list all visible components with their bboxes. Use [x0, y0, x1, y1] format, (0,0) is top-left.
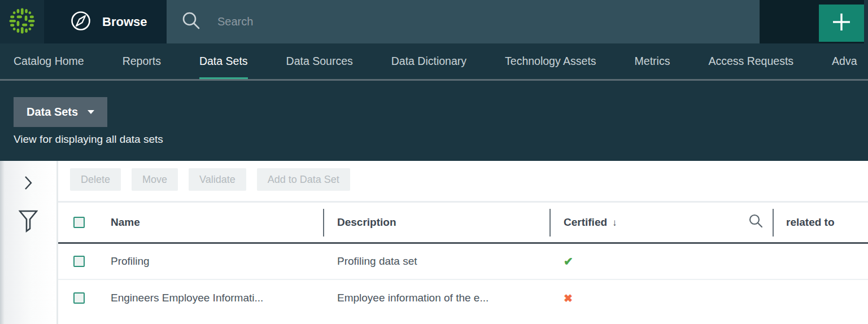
tab-catalog-home[interactable]: Catalog Home [14, 43, 84, 79]
data-set-description: Employee information of the e... [323, 292, 549, 304]
view-description: View for displaying all data sets [14, 133, 868, 146]
tab-reports[interactable]: Reports [123, 43, 161, 79]
topbar-edge [864, 0, 868, 43]
compass-icon [69, 10, 92, 34]
table-row[interactable]: Engineers Employee Informati... Employee… [58, 280, 868, 316]
add-button[interactable] [819, 5, 864, 42]
row-checkbox-cell [58, 292, 111, 304]
certified-yes-icon: ✔ [549, 255, 773, 268]
top-bar: Browse [0, 0, 868, 43]
data-set-name-link[interactable]: Engineers Employee Informati... [111, 292, 323, 304]
column-header-description[interactable]: Description [323, 203, 549, 242]
tab-access-requests[interactable]: Access Requests [708, 43, 793, 79]
catalog-nav: Catalog Home Reports Data Sets Data Sour… [0, 43, 868, 81]
column-header-related-to[interactable]: related to [773, 203, 868, 242]
app-logo[interactable] [0, 0, 44, 43]
certified-no-icon: ✖ [549, 292, 773, 305]
browse-menu-button[interactable]: Browse [44, 0, 167, 43]
row-checkbox[interactable] [73, 256, 85, 267]
tab-data-sets[interactable]: Data Sets [199, 43, 248, 79]
table-header-row: Name Description Certified↓ related to [58, 203, 868, 244]
search-input[interactable] [217, 15, 556, 28]
column-header-certified[interactable]: Certified↓ [549, 203, 773, 242]
filter-funnel-icon[interactable] [19, 210, 38, 237]
column-header-name[interactable]: Name [111, 216, 323, 229]
validate-button[interactable]: Validate [189, 168, 246, 191]
plus-icon [831, 11, 852, 35]
column-search-icon[interactable] [748, 213, 764, 231]
add-to-data-set-button[interactable]: Add to Data Set [257, 168, 350, 191]
page-header: Data Sets View for displaying all data s… [0, 81, 868, 161]
brand-logo-icon [9, 8, 35, 36]
row-checkbox[interactable] [73, 292, 85, 304]
search-icon [181, 10, 202, 33]
global-search-bar[interactable] [167, 0, 760, 43]
expand-sidebar-chevron-icon[interactable] [24, 175, 33, 193]
row-checkbox-cell [58, 256, 111, 267]
data-set-description: Profiling data set [323, 255, 549, 268]
sort-descending-icon: ↓ [612, 217, 617, 228]
view-selector-label: Data Sets [27, 106, 78, 119]
browse-label: Browse [102, 15, 147, 29]
tab-data-dictionary[interactable]: Data Dictionary [391, 43, 466, 79]
topbar-spacer [760, 0, 819, 43]
tab-metrics[interactable]: Metrics [635, 43, 670, 79]
table-row[interactable]: Profiling Profiling data set ✔ [58, 244, 868, 280]
caret-down-icon [88, 110, 94, 114]
select-all-checkbox[interactable] [73, 217, 85, 228]
data-sets-panel: Delete Move Validate Add to Data Set Nam… [58, 161, 868, 324]
data-set-name-link[interactable]: Profiling [111, 255, 323, 268]
bulk-actions-toolbar: Delete Move Validate Add to Data Set [58, 161, 868, 203]
content-area: Delete Move Validate Add to Data Set Nam… [0, 161, 868, 324]
tab-advanced-truncated[interactable]: Adva [832, 43, 857, 79]
header-checkbox-cell [58, 217, 111, 228]
left-sidebar [0, 161, 58, 324]
move-button[interactable]: Move [132, 168, 178, 191]
delete-button[interactable]: Delete [70, 168, 121, 191]
tab-technology-assets[interactable]: Technology Assets [505, 43, 596, 79]
view-selector-button[interactable]: Data Sets [14, 97, 107, 127]
tab-data-sources[interactable]: Data Sources [286, 43, 353, 79]
